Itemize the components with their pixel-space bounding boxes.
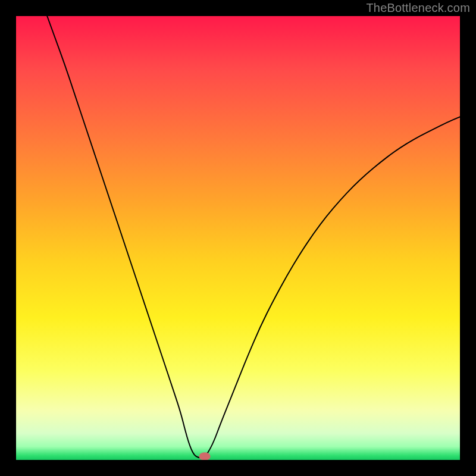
min-marker bbox=[199, 452, 210, 460]
curve-overlay bbox=[16, 16, 460, 460]
attribution-label: TheBottleneck.com bbox=[366, 1, 470, 15]
bottleneck-curve bbox=[47, 16, 460, 458]
plot-area bbox=[16, 16, 460, 460]
chart-frame: TheBottleneck.com bbox=[0, 0, 476, 476]
